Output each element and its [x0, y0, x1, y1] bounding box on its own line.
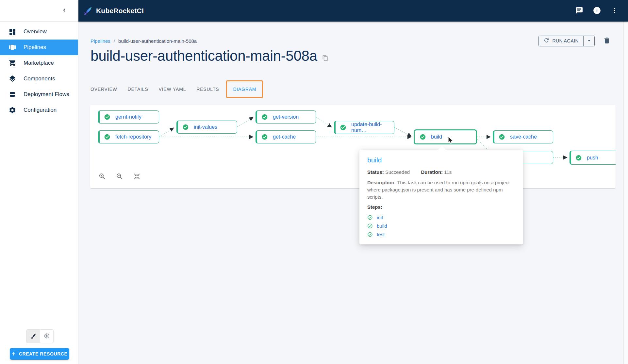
run-again-button[interactable]: RUN AGAIN — [539, 36, 583, 46]
main-content: Pipelines / build-user-authentication-ma… — [78, 22, 623, 364]
tab-view-yaml[interactable]: VIEW YAML — [154, 82, 191, 96]
layers-icon — [8, 75, 16, 83]
diagram-zoom-controls — [98, 173, 141, 181]
tooltip-step-init[interactable]: init — [367, 213, 515, 222]
task-node-build[interactable]: build — [414, 129, 477, 144]
step-label: init — [377, 215, 383, 220]
copy-title-button[interactable] — [322, 55, 329, 62]
scrollbar-track[interactable] — [623, 22, 628, 364]
task-node-init-values[interactable]: init-values — [176, 121, 237, 134]
run-again-split-button: RUN AGAIN — [538, 36, 595, 46]
status-value: Succeeded — [385, 169, 410, 175]
task-node-gerrit-notify[interactable]: gerrit-notify — [98, 110, 159, 124]
tab-details[interactable]: DETAILS — [123, 82, 154, 96]
chat-button[interactable] — [574, 6, 584, 16]
zoom-in-button[interactable] — [98, 173, 107, 181]
fit-view-button[interactable] — [133, 173, 141, 181]
info-button[interactable] — [592, 6, 602, 16]
sidebar-collapse-button[interactable] — [59, 5, 70, 16]
task-label: get-version — [273, 114, 299, 120]
task-label: init-values — [194, 124, 217, 130]
check-circle-icon — [104, 134, 110, 140]
sidebar-nav: OverviewPipelinesMarketplaceComponentsDe… — [0, 22, 78, 118]
sidebar-item-overview[interactable]: Overview — [0, 24, 78, 40]
tooltip-status-row: Status: Succeeded Duration: 11s — [367, 169, 515, 175]
toggle-kubernetes-button[interactable] — [40, 330, 53, 343]
cart-icon — [8, 59, 16, 67]
app-bar: KubeRocketCI — [78, 0, 628, 22]
edge-update-build-num-to-build — [394, 127, 411, 136]
view-toggle-group — [26, 329, 54, 343]
zoom-in-icon — [98, 173, 106, 181]
app-title: KubeRocketCI — [96, 7, 144, 15]
edge-init-values-to-get-version — [237, 117, 253, 127]
check-circle-icon — [499, 134, 505, 140]
tooltip-step-build[interactable]: build — [367, 222, 515, 230]
task-node-update-build-num[interactable]: update-build-num… — [334, 121, 394, 134]
task-node-push[interactable]: push — [570, 151, 616, 165]
sidebar-item-marketplace[interactable]: Marketplace — [0, 55, 78, 71]
info-icon — [593, 6, 601, 16]
task-node-save-cache[interactable]: save-cache — [493, 130, 553, 143]
sidebar-item-label: Overview — [24, 28, 47, 35]
create-resource-button[interactable]: + CREATE RESOURCE — [10, 348, 69, 360]
edge-fetch-repository-to-init-values — [159, 128, 174, 137]
sidebar-item-deployment-flows[interactable]: Deployment Flows — [0, 87, 78, 102]
chat-icon — [575, 7, 583, 15]
edge-get-version-to-update-build-num — [316, 117, 332, 127]
tooltip-step-test[interactable]: test — [367, 230, 515, 239]
step-label: test — [377, 232, 385, 237]
breadcrumb-pipelines-link[interactable]: Pipelines — [91, 38, 110, 44]
page-title: build-user-authentication-main-508a — [91, 48, 317, 64]
more-menu-button[interactable] — [610, 6, 620, 16]
plus-icon: + — [11, 351, 15, 357]
check-circle-icon — [182, 124, 189, 130]
sidebar-item-label: Deployment Flows — [24, 91, 69, 98]
chevron-left-icon — [61, 7, 68, 15]
check-circle-icon — [261, 114, 268, 120]
task-tooltip: build Status: Succeeded Duration: 11s De… — [359, 150, 523, 244]
sidebar-item-configuration[interactable]: Configuration — [0, 102, 78, 118]
check-circle-outline-icon — [367, 223, 373, 229]
task-label: get-cache — [273, 134, 296, 140]
sidebar-item-components[interactable]: Components — [0, 71, 78, 87]
breadcrumb: Pipelines / build-user-authentication-ma… — [91, 38, 197, 44]
sidebar-item-label: Configuration — [24, 107, 57, 113]
kubernetes-icon — [43, 333, 50, 340]
tooltip-steps-label: Steps: — [367, 204, 515, 210]
delete-button[interactable] — [602, 36, 612, 46]
task-label: gerrit-notify — [115, 114, 141, 120]
rocket-feather-icon — [30, 333, 37, 340]
tab-highlight-box: DIAGRAM — [226, 80, 263, 98]
zoom-out-icon — [116, 173, 124, 181]
tab-results[interactable]: RESULTS — [191, 82, 224, 96]
pipelines-icon — [8, 43, 16, 51]
duration-value: 11s — [444, 169, 452, 175]
sidebar-item-pipelines[interactable]: Pipelines — [0, 40, 78, 55]
create-resource-label: CREATE RESOURCE — [19, 351, 68, 356]
task-label: push — [587, 155, 598, 161]
sidebar-item-label: Marketplace — [24, 60, 54, 66]
kuberocketci-app-window: KubeRocketCI — [0, 0, 628, 364]
check-circle-icon — [104, 114, 110, 120]
task-node-get-cache[interactable]: get-cache — [256, 130, 316, 143]
zoom-out-button[interactable] — [115, 173, 124, 181]
tooltip-description: Description: This task can be used to ru… — [367, 179, 515, 200]
task-node-fetch-repository[interactable]: fetch-repository — [98, 130, 159, 143]
rocket-feather-icon — [82, 5, 93, 16]
pipeline-diagram-panel: gerrit-notifyfetch-repositoryinit-values… — [90, 105, 616, 188]
trash-icon — [603, 37, 611, 45]
dashboard-icon — [8, 28, 16, 36]
fit-view-icon — [133, 173, 141, 181]
check-circle-outline-icon — [367, 232, 373, 237]
tab-overview[interactable]: OVERVIEW — [85, 82, 123, 96]
task-label: update-build-num… — [351, 122, 394, 133]
refresh-icon — [543, 37, 550, 44]
duration-label: Duration: — [421, 169, 443, 175]
run-again-dropdown-button[interactable] — [583, 36, 594, 46]
toggle-rocket-feather-button[interactable] — [26, 330, 40, 343]
tab-diagram[interactable]: DIAGRAM — [228, 82, 261, 96]
task-node-get-version[interactable]: get-version — [256, 110, 316, 124]
copy-icon — [322, 55, 328, 62]
sidebar-item-label: Components — [24, 75, 55, 82]
